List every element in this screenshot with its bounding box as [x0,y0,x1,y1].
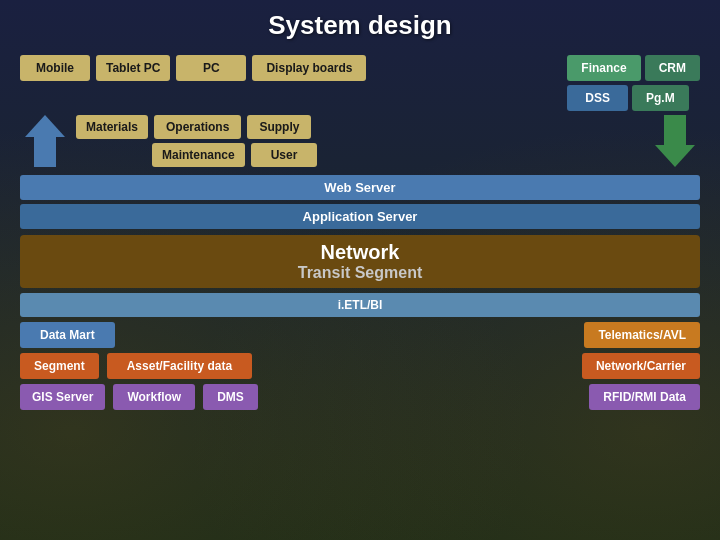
arrow-up [20,115,70,167]
workflow-box: Workflow [113,384,195,410]
app-server-bar: Application Server [20,204,700,229]
dms-box: DMS [203,384,258,410]
network-title: Network [30,241,690,264]
etl-bar: i.ETL/BI [20,293,700,317]
finance-box: Finance [567,55,640,81]
crm-box: CRM [645,55,700,81]
transit-title: Transit Segment [30,264,690,282]
pgm-box: Pg.M [632,85,689,111]
web-server-bar: Web Server [20,175,700,200]
user-box: User [251,143,318,167]
pc-box: PC [176,55,246,81]
tablet-pc-box: Tablet PC [96,55,170,81]
gis-server-box: GIS Server [20,384,105,410]
rfid-box: RFID/RMI Data [589,384,700,410]
telematics-box: Telematics/AVL [584,322,700,348]
display-boards-box: Display boards [252,55,366,81]
arrow-down-green [650,115,700,167]
supply-box: Supply [247,115,311,139]
data-mart-box: Data Mart [20,322,115,348]
asset-box: Asset/Facility data [107,353,252,379]
network-section: Network Transit Segment [20,235,700,288]
page-title: System design [20,10,700,41]
operations-box: Operations [154,115,241,139]
network-carrier-box: Network/Carrier [582,353,700,379]
maintenance-box: Maintenance [152,143,245,167]
dss-box: DSS [567,85,628,111]
mobile-box: Mobile [20,55,90,81]
segment-box: Segment [20,353,99,379]
materials-box: Materials [76,115,148,139]
